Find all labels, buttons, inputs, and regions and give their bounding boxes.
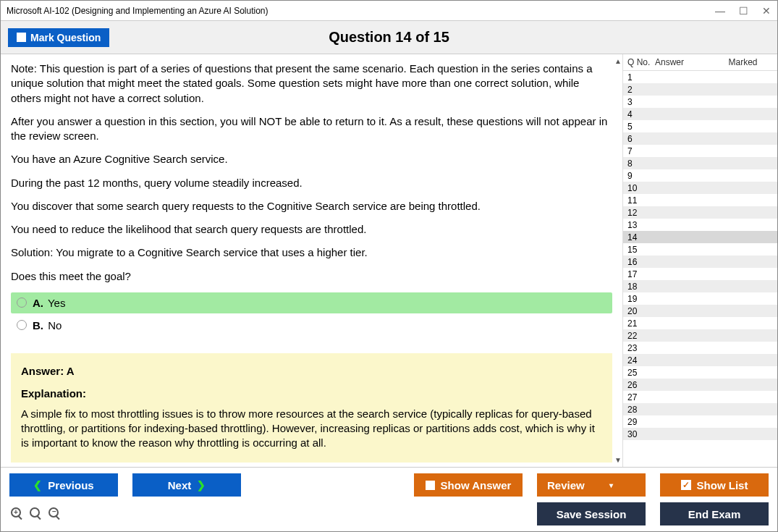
list-item[interactable]: 3 [623, 96, 777, 108]
radio-icon [17, 297, 27, 308]
option-b[interactable]: B. No [11, 315, 612, 336]
list-item[interactable]: 4 [623, 108, 777, 120]
next-button[interactable]: Next ❯ [132, 473, 241, 497]
list-item[interactable]: 6 [623, 132, 777, 145]
titlebar: Microsoft AI-102 (Designing and Implemen… [1, 1, 777, 21]
qno-cell: 15 [627, 245, 655, 255]
close-icon[interactable]: ✕ [761, 6, 771, 16]
list-item[interactable]: 25 [623, 366, 777, 379]
col-qno: Q No. [627, 57, 655, 67]
chevron-right-icon: ❯ [197, 479, 206, 491]
body-area: ▲ Note: This question is part of a serie… [1, 54, 777, 467]
list-item[interactable]: 28 [623, 403, 777, 415]
list-item[interactable]: 27 [623, 391, 777, 403]
show-answer-button[interactable]: Show Answer [414, 473, 523, 497]
question-text: During the past 12 months, query volume … [11, 176, 612, 190]
qno-cell: 2 [627, 85, 655, 95]
qno-cell: 24 [627, 355, 655, 366]
question-text: You need to reduce the likelihood that s… [11, 222, 612, 237]
question-list-panel: Q No. Answer Marked 12345678910111213141… [622, 54, 777, 467]
qno-cell: 25 [627, 368, 655, 378]
footer-row-1: ❮ Previous Next ❯ Show Answer Review ▾ ✓… [9, 473, 769, 497]
zoom-in-icon[interactable] [9, 506, 25, 522]
list-header: Q No. Answer Marked [623, 54, 777, 71]
qno-cell: 17 [627, 269, 655, 279]
list-item[interactable]: 13 [623, 219, 777, 231]
list-item[interactable]: 11 [623, 194, 777, 206]
col-marked: Marked [713, 57, 773, 67]
review-button[interactable]: Review ▾ [537, 473, 646, 497]
qno-cell: 6 [627, 134, 655, 144]
window-title: Microsoft AI-102 (Designing and Implemen… [7, 6, 715, 16]
col-answer: Answer [655, 57, 713, 67]
question-text: You discover that some search query requ… [11, 199, 612, 214]
list-item[interactable]: 14 [623, 231, 777, 243]
qno-cell: 10 [627, 183, 655, 193]
qno-cell: 1 [627, 72, 655, 83]
footer: ❮ Previous Next ❯ Show Answer Review ▾ ✓… [1, 467, 777, 531]
list-item[interactable]: 22 [623, 329, 777, 342]
qno-cell: 14 [627, 232, 655, 242]
qno-cell: 21 [627, 318, 655, 329]
button-label: Save Session [557, 508, 627, 520]
list-item[interactable]: 20 [623, 305, 777, 317]
show-list-button[interactable]: ✓ Show List [660, 473, 769, 497]
option-a[interactable]: A. Yes [11, 292, 612, 313]
list-item[interactable]: 19 [623, 292, 777, 305]
question-text: Does this meet the goal? [11, 269, 612, 284]
list-item[interactable]: 21 [623, 317, 777, 329]
button-label: Show Answer [441, 479, 512, 491]
list-item[interactable]: 18 [623, 280, 777, 292]
qno-cell: 16 [627, 257, 655, 267]
qno-cell: 4 [627, 109, 655, 119]
list-item[interactable]: 24 [623, 354, 777, 366]
qno-cell: 20 [627, 306, 655, 316]
list-item[interactable]: 8 [623, 157, 777, 169]
checkbox-empty-icon [17, 33, 26, 42]
list-item[interactable]: 9 [623, 169, 777, 182]
mark-question-button[interactable]: Mark Question [8, 28, 109, 47]
save-session-button[interactable]: Save Session [537, 502, 646, 525]
list-item[interactable]: 1 [623, 71, 777, 83]
qno-cell: 29 [627, 417, 655, 427]
mark-label: Mark Question [30, 32, 101, 43]
maximize-icon[interactable]: ☐ [738, 6, 748, 16]
question-header: Mark Question Question 14 of 15 [1, 21, 777, 54]
qno-cell: 8 [627, 159, 655, 169]
list-item[interactable]: 17 [623, 268, 777, 280]
list-item[interactable]: 12 [623, 206, 777, 219]
minimize-icon[interactable]: — [715, 6, 725, 16]
list-item[interactable]: 7 [623, 145, 777, 157]
list-item[interactable]: 23 [623, 342, 777, 354]
option-letter: B. [33, 319, 43, 332]
window-controls: — ☐ ✕ [715, 6, 771, 16]
question-text: You have an Azure Cognitive Search servi… [11, 152, 612, 166]
app-window: Microsoft AI-102 (Designing and Implemen… [0, 0, 778, 532]
zoom-controls [9, 506, 63, 522]
question-list[interactable]: 1234567891011121314151617181920212223242… [623, 71, 777, 467]
answer-line: Answer: A [21, 365, 602, 377]
list-item[interactable]: 2 [623, 83, 777, 96]
qno-cell: 18 [627, 282, 655, 292]
previous-button[interactable]: ❮ Previous [9, 473, 118, 497]
end-exam-button[interactable]: End Exam [660, 502, 769, 525]
list-item[interactable]: 5 [623, 120, 777, 132]
list-item[interactable]: 30 [623, 428, 777, 440]
zoom-reset-icon[interactable] [28, 506, 44, 522]
qno-cell: 23 [627, 343, 655, 353]
zoom-out-icon[interactable] [47, 506, 63, 522]
list-item[interactable]: 26 [623, 379, 777, 391]
list-item[interactable]: 16 [623, 256, 777, 268]
list-item[interactable]: 29 [623, 415, 777, 428]
question-scroll[interactable]: Note: This question is part of a series … [1, 54, 622, 467]
list-item[interactable]: 15 [623, 243, 777, 256]
button-label: Review [547, 479, 585, 491]
qno-cell: 9 [627, 171, 655, 181]
explanation-label: Explanation: [21, 387, 602, 400]
scroll-down-icon[interactable]: ▼ [614, 456, 622, 464]
qno-cell: 12 [627, 208, 655, 218]
checkbox-empty-icon [426, 481, 435, 490]
button-label: Previous [48, 479, 93, 491]
option-text: No [48, 319, 62, 332]
list-item[interactable]: 10 [623, 182, 777, 194]
